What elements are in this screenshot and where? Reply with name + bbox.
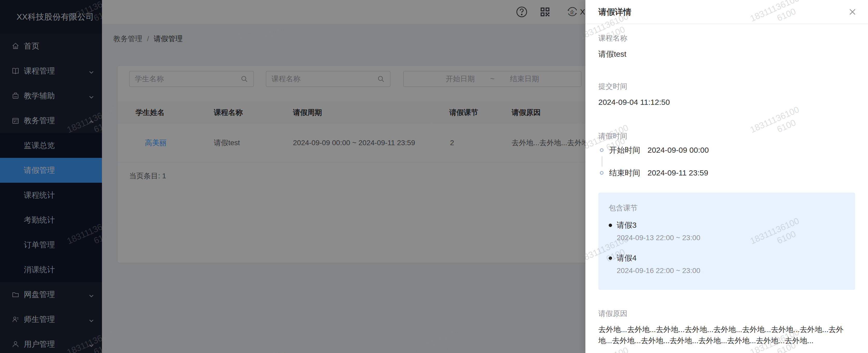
- end-time-label: 结束时间: [609, 168, 648, 178]
- lesson-item-time: 2024-09-16 22:00 ~ 23:00: [609, 266, 845, 275]
- drawer-body: 课程名称 请假test 提交时间 2024-09-04 11:12:50 请假时…: [585, 24, 868, 346]
- bullet-icon: [609, 256, 612, 260]
- submit-time-label: 提交时间: [598, 81, 855, 92]
- end-time-value: 2024-09-11 23:59: [648, 168, 708, 177]
- included-lessons-box: 包含课节 请假3 2024-09-13 22:00 ~ 23:00 请假4 20…: [598, 193, 855, 290]
- timeline-start-row: 开始时间 2024-09-09 00:00: [598, 145, 855, 155]
- drawer-title: 请假详情: [598, 0, 631, 24]
- lesson-item-name: 请假3: [609, 220, 845, 231]
- lesson-item-time: 2024-09-13 22:00 ~ 23:00: [609, 234, 845, 242]
- lesson-name-text: 请假3: [617, 220, 637, 231]
- timeline-end-row: 结束时间 2024-09-11 23:59: [598, 168, 855, 178]
- close-icon[interactable]: [847, 7, 858, 17]
- lesson-item-name: 请假4: [609, 253, 845, 263]
- course-name-value: 请假test: [598, 49, 855, 60]
- course-name-label: 课程名称: [598, 33, 855, 43]
- start-time-label: 开始时间: [609, 145, 648, 156]
- bullet-icon: [609, 224, 612, 227]
- app-window: XX科技股份有限公司 首页 课程管理 教学辅助 教务管理: [0, 0, 868, 353]
- timeline-dot-icon: [600, 148, 603, 152]
- submit-time-value: 2024-09-04 11:12:50: [598, 97, 855, 108]
- lesson-name-text: 请假4: [617, 253, 637, 263]
- start-time-value: 2024-09-09 00:00: [648, 146, 709, 155]
- drawer-header: 请假详情: [585, 0, 868, 24]
- leave-detail-drawer: 请假详情 课程名称 请假test 提交时间 2024-09-04 11:12:5…: [585, 0, 868, 353]
- timeline-dot-icon: [600, 171, 603, 175]
- leave-reason-section: 请假原因 去外地...去外地...去外地...去外地...去外地...去外地..…: [598, 309, 855, 346]
- leave-reason-value: 去外地...去外地...去外地...去外地...去外地...去外地...去外地.…: [598, 324, 855, 346]
- leave-time-label: 请假时间: [598, 131, 855, 141]
- leave-reason-label: 请假原因: [598, 309, 855, 319]
- included-lessons-label: 包含课节: [609, 203, 845, 213]
- timeline-connector: [602, 156, 855, 167]
